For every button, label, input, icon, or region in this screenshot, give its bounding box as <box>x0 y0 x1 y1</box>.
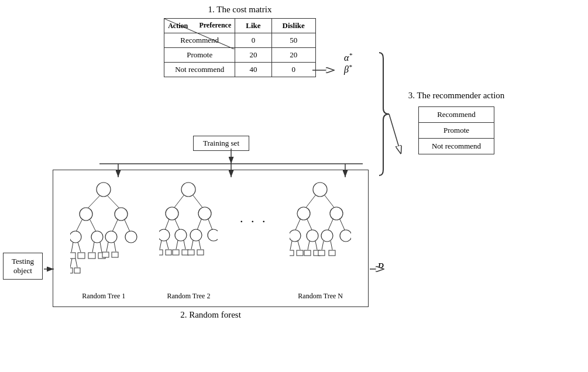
svg-point-37 <box>159 229 170 241</box>
section3-title: 3. The recommender action <box>398 91 515 101</box>
tree1-container: Random Tree 1 <box>70 179 137 301</box>
svg-line-57 <box>325 195 335 208</box>
svg-point-33 <box>166 207 178 220</box>
svg-rect-66 <box>290 250 294 256</box>
svg-line-51 <box>191 240 193 249</box>
svg-point-49 <box>190 229 202 241</box>
svg-line-27 <box>114 242 116 252</box>
svg-line-35 <box>165 219 169 230</box>
diagonal-header: Preference Action <box>164 19 235 33</box>
training-set-box: Training set <box>193 136 249 151</box>
svg-point-75 <box>340 230 351 242</box>
svg-point-55 <box>313 182 327 197</box>
svg-rect-79 <box>329 250 335 256</box>
svg-point-63 <box>307 230 318 242</box>
svg-point-62 <box>290 230 301 242</box>
svg-line-23 <box>125 220 130 232</box>
svg-line-61 <box>307 219 312 230</box>
forest-title: 2. Random forest <box>53 310 369 320</box>
svg-point-58 <box>297 207 310 220</box>
svg-line-6 <box>76 220 82 232</box>
recommend-dislike: 50 <box>271 33 315 48</box>
svg-line-65 <box>298 241 300 250</box>
svg-rect-16 <box>88 253 95 259</box>
svg-line-10 <box>71 242 73 252</box>
not-recommend-like: 40 <box>235 63 271 77</box>
recommender-box: Recommend Promote Not recommend <box>418 106 494 154</box>
svg-line-60 <box>295 219 300 230</box>
svg-rect-42 <box>166 250 171 255</box>
svg-line-68 <box>308 241 310 250</box>
section3: 3. The recommender action Recommend Prom… <box>398 91 515 154</box>
svg-line-7 <box>90 220 96 232</box>
svg-line-14 <box>92 242 94 252</box>
tree1-label: Random Tree 1 <box>82 292 125 301</box>
svg-rect-20 <box>70 268 73 273</box>
svg-rect-78 <box>318 250 325 256</box>
recommender-not-recommend: Not recommend <box>419 139 494 154</box>
action-promote: Promote <box>164 48 235 63</box>
svg-line-18 <box>70 259 72 267</box>
svg-line-44 <box>184 240 185 249</box>
svg-line-73 <box>340 219 345 230</box>
svg-line-56 <box>305 195 315 208</box>
preference-label: Preference <box>199 21 231 30</box>
svg-line-69 <box>315 241 317 250</box>
promote-dislike: 20 <box>271 48 315 63</box>
svg-line-26 <box>106 242 108 252</box>
treeN-container: Random Tree N <box>290 179 351 301</box>
forest-section: Random Tree 1 <box>53 170 369 307</box>
svg-line-36 <box>175 219 180 230</box>
svg-rect-45 <box>173 250 179 255</box>
forest-border: Random Tree 1 <box>53 170 369 307</box>
action-recommend: Recommend <box>164 33 235 48</box>
testing-object-box: Testing object <box>3 253 43 280</box>
svg-line-32 <box>193 195 203 208</box>
svg-line-22 <box>112 220 118 232</box>
action-not-recommend: Not recommend <box>164 63 235 77</box>
svg-rect-28 <box>102 252 109 257</box>
svg-point-24 <box>105 231 117 243</box>
svg-point-5 <box>115 208 128 221</box>
svg-point-50 <box>208 229 218 241</box>
svg-point-38 <box>175 229 187 241</box>
svg-rect-29 <box>112 252 118 257</box>
svg-rect-54 <box>197 250 204 255</box>
svg-line-76 <box>322 241 324 250</box>
svg-line-52 <box>199 240 201 249</box>
svg-point-25 <box>125 231 137 243</box>
svg-rect-53 <box>188 250 194 255</box>
svg-rect-70 <box>304 250 311 256</box>
dots-separator: · · · <box>240 179 268 229</box>
svg-rect-13 <box>78 253 85 259</box>
svg-line-3 <box>108 196 119 208</box>
svg-point-4 <box>80 208 92 221</box>
like-header: Like <box>235 19 271 33</box>
recommend-like: 0 <box>235 33 271 48</box>
treeN-label: Random Tree N <box>298 292 343 301</box>
svg-line-72 <box>328 219 333 230</box>
recommender-recommend: Recommend <box>419 107 494 123</box>
tree2-label: Random Tree 2 <box>167 292 210 301</box>
svg-line-11 <box>78 242 81 252</box>
svg-line-39 <box>160 240 161 249</box>
cost-table: Preference Action Like Dislike Recommend… <box>164 18 316 77</box>
svg-point-74 <box>321 230 333 242</box>
treeN-svg <box>290 179 351 287</box>
svg-line-31 <box>174 195 184 208</box>
svg-rect-41 <box>159 250 163 255</box>
svg-point-8 <box>70 231 81 243</box>
dislike-header: Dislike <box>271 19 315 33</box>
alpha-beta-label: α* β* <box>344 51 352 75</box>
table-row: Not recommend 40 0 <box>164 63 316 77</box>
svg-line-15 <box>100 242 102 252</box>
tree1-svg <box>70 179 137 287</box>
svg-line-64 <box>290 241 292 250</box>
svg-rect-46 <box>182 250 188 255</box>
svg-point-9 <box>91 231 103 243</box>
tree2-svg <box>159 179 218 287</box>
recommender-promote: Promote <box>419 123 494 139</box>
svg-line-47 <box>197 219 201 230</box>
svg-line-77 <box>331 241 332 250</box>
table-row: Promote 20 20 <box>164 48 316 63</box>
